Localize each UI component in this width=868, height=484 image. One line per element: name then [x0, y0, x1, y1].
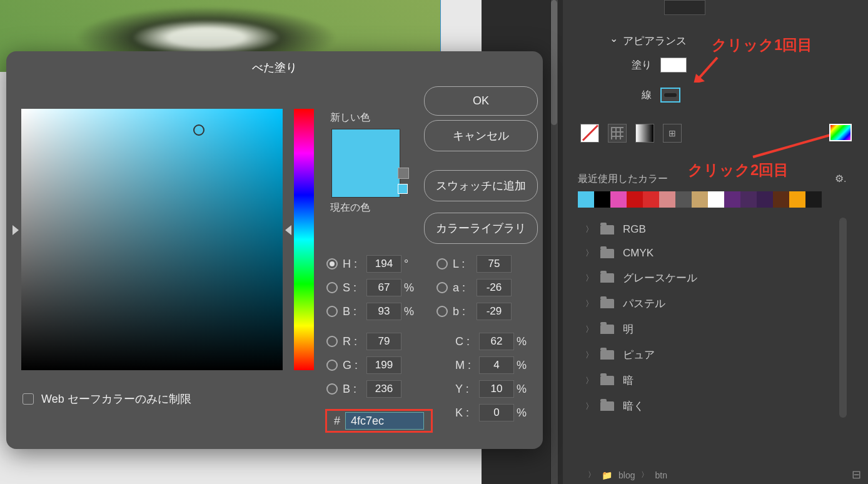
recent-swatch[interactable]: [757, 191, 773, 208]
recent-swatch[interactable]: [627, 191, 643, 208]
websafe-checkbox[interactable]: [23, 393, 34, 405]
folder-label: CMYK: [623, 247, 654, 260]
a-input[interactable]: [477, 279, 512, 296]
fill-label: 塗り: [632, 59, 652, 72]
recent-color-swatches: [578, 191, 822, 208]
r-radio[interactable]: [326, 336, 338, 347]
recent-swatch[interactable]: [675, 191, 692, 208]
r-row: R :: [326, 333, 404, 350]
folder-scrollbar[interactable]: [839, 218, 847, 418]
folder-icon: [600, 376, 614, 385]
c-unit: %: [517, 335, 529, 348]
new-color-preview[interactable]: [331, 129, 400, 198]
swatch-folder-row[interactable]: 〉暗: [583, 368, 845, 393]
cancel-button[interactable]: キャンセル: [424, 120, 538, 151]
annotation-click1: クリック1回目: [712, 35, 812, 55]
bc-radio[interactable]: [326, 383, 338, 395]
color-field-cursor[interactable]: [193, 124, 204, 136]
bv-unit: %: [404, 305, 416, 318]
websafe-row: Web セーフカラーのみに制限: [23, 391, 191, 406]
y-input[interactable]: [479, 380, 514, 398]
folder-icon: [600, 249, 614, 258]
swatch-folder-row[interactable]: 〉パステル: [583, 291, 845, 316]
h-unit: °: [404, 258, 416, 271]
a-label: a :: [453, 281, 474, 295]
l-radio[interactable]: [437, 258, 448, 270]
h-radio[interactable]: [326, 258, 338, 270]
recent-swatch[interactable]: [773, 191, 789, 208]
k-input[interactable]: [479, 404, 514, 421]
hue-slider[interactable]: [294, 109, 314, 370]
no-color-button[interactable]: [580, 124, 599, 143]
recent-swatch[interactable]: [659, 191, 675, 208]
appearance-header[interactable]: アピアランス: [610, 34, 687, 48]
swatch-folder-row[interactable]: 〉CMYK: [583, 241, 845, 265]
b-input[interactable]: [477, 303, 512, 320]
new-color-label: 新しい色: [330, 111, 370, 124]
recent-swatch[interactable]: [610, 191, 627, 208]
fill-swatch[interactable]: [660, 58, 687, 73]
swatch-folder-row[interactable]: 〉明: [583, 316, 845, 342]
bc-label: B :: [343, 383, 364, 396]
gear-icon[interactable]: ⚙.: [835, 173, 846, 184]
add-swatch-button[interactable]: スウォッチに追加: [424, 170, 538, 201]
h-input[interactable]: [366, 255, 401, 273]
recent-swatch[interactable]: [578, 191, 594, 208]
c-input[interactable]: [479, 333, 514, 350]
swatch-grid-button[interactable]: [608, 124, 627, 143]
m-input[interactable]: [479, 356, 514, 374]
breadcrumb-item-0[interactable]: blog: [618, 470, 635, 480]
recent-swatch[interactable]: [789, 191, 805, 208]
folder-icon: [600, 325, 614, 334]
swatch-folder-row[interactable]: 〉グレースケール: [583, 265, 845, 291]
g-input[interactable]: [366, 356, 401, 374]
gradient-button[interactable]: [635, 124, 654, 143]
chevron-right-icon: 〉: [585, 375, 595, 386]
hex-input[interactable]: [345, 412, 424, 430]
recent-swatch[interactable]: [708, 191, 724, 208]
dialog-title: べた塗り: [6, 51, 543, 79]
swatch-folder-row[interactable]: 〉ピュア: [583, 342, 845, 368]
recent-swatch[interactable]: [594, 191, 610, 208]
color-picker-button[interactable]: [829, 124, 852, 141]
cube-icon[interactable]: [398, 168, 409, 179]
recent-swatch[interactable]: [692, 191, 708, 208]
recent-colors-label: 最近使用したカラー: [578, 173, 668, 186]
bv-input[interactable]: [366, 303, 401, 320]
l-label: L :: [453, 258, 474, 271]
recent-swatch[interactable]: [643, 191, 659, 208]
bv-radio[interactable]: [326, 306, 338, 317]
s-row: S : %: [326, 279, 416, 296]
g-radio[interactable]: [326, 360, 338, 371]
folder-icon: [600, 225, 614, 234]
h-row: H : °: [326, 255, 416, 273]
l-input[interactable]: [477, 255, 512, 273]
stroke-swatch[interactable]: [660, 88, 680, 103]
stroke-row: 線: [642, 88, 680, 103]
r-input[interactable]: [366, 333, 401, 350]
bc-input[interactable]: [366, 380, 401, 398]
panel-menu-icon[interactable]: ⊟: [852, 468, 861, 481]
c-row: C : %: [455, 333, 529, 350]
hex-hash: #: [334, 415, 340, 428]
pattern-button[interactable]: ⊞: [663, 124, 682, 143]
a-radio[interactable]: [437, 282, 448, 293]
s-radio[interactable]: [326, 282, 338, 293]
b-radio[interactable]: [437, 306, 448, 317]
top-numeric-field[interactable]: [664, 0, 705, 15]
main-scrollbar-thumb[interactable]: [551, 0, 557, 125]
recent-swatch[interactable]: [740, 191, 757, 208]
breadcrumb-item-1[interactable]: btn: [655, 470, 667, 480]
r-label: R :: [343, 335, 364, 348]
recent-swatch[interactable]: [805, 191, 822, 208]
m-label: M :: [455, 359, 477, 372]
current-color-swatch[interactable]: [398, 184, 408, 194]
chevron-right-icon: 〉: [585, 324, 595, 335]
color-library-button[interactable]: カラーライブラリ: [424, 213, 538, 244]
swatch-folder-row[interactable]: 〉RGB: [583, 218, 845, 241]
swatch-folder-row[interactable]: 〉暗く: [583, 393, 845, 419]
ok-button[interactable]: OK: [424, 86, 538, 116]
s-input[interactable]: [366, 279, 401, 296]
color-field[interactable]: [21, 109, 283, 370]
recent-swatch[interactable]: [724, 191, 740, 208]
